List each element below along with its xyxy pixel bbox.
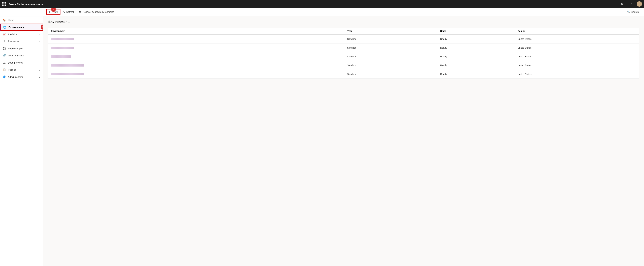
env-name-blurred	[51, 38, 74, 40]
new-plus-icon: +	[49, 11, 50, 14]
env-more-options-button[interactable]: ···	[76, 46, 82, 50]
settings-icon[interactable]: ⚙	[620, 1, 625, 7]
env-region: United States	[515, 35, 639, 44]
admin-centers-chevron-icon: ∨	[39, 76, 40, 78]
env-name-cell: ···	[48, 52, 344, 61]
sidebar-item-data-integration-label: Data integration	[8, 54, 40, 57]
environments-table: Environment Type State Region ···	[48, 28, 639, 79]
env-type: Sandbox	[344, 52, 438, 61]
env-more-options-button[interactable]: ···	[76, 37, 82, 41]
env-name-cell: ···	[48, 44, 344, 52]
recover-button-label: Recover deleted environments	[83, 11, 114, 13]
main-layout: ☰ 🏠 Home 🌐 Environments 3 📈 Analytics ∨ …	[0, 8, 644, 266]
annotation-3: 3	[40, 25, 43, 30]
env-state: Ready	[438, 70, 515, 79]
sidebar: ☰ 🏠 Home 🌐 Environments 3 📈 Analytics ∨ …	[0, 8, 43, 266]
resources-chevron-icon: ∨	[39, 40, 40, 43]
search-label: Search	[632, 11, 639, 13]
env-name-blurred	[51, 64, 84, 67]
env-name-blurred	[51, 73, 84, 75]
analytics-icon: 📈	[3, 33, 6, 36]
home-icon: 🏠	[3, 19, 6, 22]
env-name-cell: ···	[48, 61, 344, 70]
env-region: United States	[515, 52, 639, 61]
help-icon[interactable]: ?	[628, 1, 634, 7]
env-region: United States	[515, 70, 639, 79]
policies-chevron-icon: ∨	[39, 69, 40, 71]
sidebar-item-policies[interactable]: 📋 Policies ∨	[0, 66, 43, 73]
sidebar-item-resources[interactable]: 🖥 Resources ∨	[0, 38, 43, 45]
env-region: United States	[515, 44, 639, 52]
app-title: Power Platform admin center	[8, 3, 620, 6]
refresh-button[interactable]: ↻ Refresh	[61, 9, 76, 15]
env-state: Ready	[438, 44, 515, 52]
env-state: Ready	[438, 35, 515, 44]
sidebar-item-home[interactable]: 🏠 Home	[0, 17, 43, 24]
data-integration-icon: 🔗	[3, 54, 6, 57]
env-name-cell: ···	[48, 35, 344, 44]
sidebar-item-analytics-label: Analytics	[8, 33, 39, 36]
table-row[interactable]: ··· Sandbox Ready United States	[48, 61, 639, 70]
sidebar-item-admin-centers[interactable]: 🔷 Admin centers ∨	[0, 73, 43, 80]
table-row[interactable]: ··· Sandbox Ready United States	[48, 52, 639, 61]
sidebar-item-analytics[interactable]: 📈 Analytics ∨	[0, 31, 43, 38]
search-box[interactable]: 🔍 Search	[625, 10, 641, 14]
env-more-options-button[interactable]: ···	[86, 72, 92, 76]
env-state: Ready	[438, 52, 515, 61]
table-header-row: Environment Type State Region	[48, 28, 639, 35]
env-name-blurred	[51, 47, 74, 49]
env-name-cell: ···	[48, 70, 344, 79]
env-type: Sandbox	[344, 61, 438, 70]
env-state: Ready	[438, 61, 515, 70]
table-row[interactable]: ··· Sandbox Ready United States	[48, 44, 639, 52]
resources-icon: 🖥	[3, 40, 6, 43]
sidebar-item-help-support[interactable]: 🎧 Help + support	[0, 45, 43, 52]
refresh-icon: ↻	[63, 10, 65, 14]
sidebar-item-admin-centers-label: Admin centers	[8, 76, 39, 78]
sidebar-item-data-preview[interactable]: ☁ Data (preview)	[0, 59, 43, 66]
env-type: Sandbox	[344, 70, 438, 79]
help-support-icon: 🎧	[3, 47, 6, 50]
sidebar-item-policies-label: Policies	[8, 69, 39, 71]
env-region: United States	[515, 61, 639, 70]
sidebar-item-resources-label: Resources	[8, 40, 39, 43]
admin-centers-icon: 🔷	[3, 75, 6, 78]
col-header-region[interactable]: Region	[515, 28, 639, 35]
new-button[interactable]: 4 + + New	[46, 9, 60, 15]
refresh-button-label: Refresh	[66, 11, 74, 13]
env-more-options-button[interactable]: ···	[73, 55, 78, 59]
avatar[interactable]	[637, 1, 642, 7]
topbar: Power Platform admin center ⚙ ?	[0, 0, 644, 8]
hamburger-menu[interactable]: ☰	[0, 8, 43, 17]
recover-icon: 🗑	[79, 11, 82, 14]
sidebar-item-data-preview-label: Data (preview)	[8, 61, 40, 64]
sidebar-item-data-integration[interactable]: 🔗 Data integration	[0, 52, 43, 59]
col-header-environment[interactable]: Environment	[48, 28, 344, 35]
analytics-chevron-icon: ∨	[39, 33, 40, 36]
app-launcher-icon[interactable]	[2, 2, 6, 6]
search-icon: 🔍	[627, 11, 630, 13]
policies-icon: 📋	[3, 68, 6, 71]
topbar-actions: ⚙ ?	[620, 1, 642, 7]
col-header-type[interactable]: Type	[344, 28, 438, 35]
data-preview-icon: ☁	[3, 61, 6, 64]
sidebar-item-environments-label: Environments	[8, 26, 40, 29]
table-row[interactable]: ··· Sandbox Ready United States	[48, 70, 639, 79]
env-name-blurred	[51, 55, 71, 58]
env-more-options-button[interactable]: ···	[86, 63, 92, 67]
toolbar: 4 + + New ↻ Refresh 🗑 Recover deleted en…	[43, 8, 644, 16]
page-content: Environments Environment Type State Regi…	[43, 16, 644, 266]
sidebar-item-home-label: Home	[8, 19, 40, 21]
page-title: Environments	[48, 20, 639, 24]
environments-icon: 🌐	[3, 26, 6, 29]
env-type: Sandbox	[344, 35, 438, 44]
sidebar-item-environments[interactable]: 🌐 Environments 3	[0, 24, 43, 31]
recover-button[interactable]: 🗑 Recover deleted environments	[77, 10, 116, 15]
col-header-state[interactable]: State	[438, 28, 515, 35]
sidebar-item-help-support-label: Help + support	[8, 47, 40, 50]
content-area: 4 + + New ↻ Refresh 🗑 Recover deleted en…	[43, 8, 644, 266]
env-type: Sandbox	[344, 44, 438, 52]
table-row[interactable]: ··· Sandbox Ready United States	[48, 35, 639, 44]
